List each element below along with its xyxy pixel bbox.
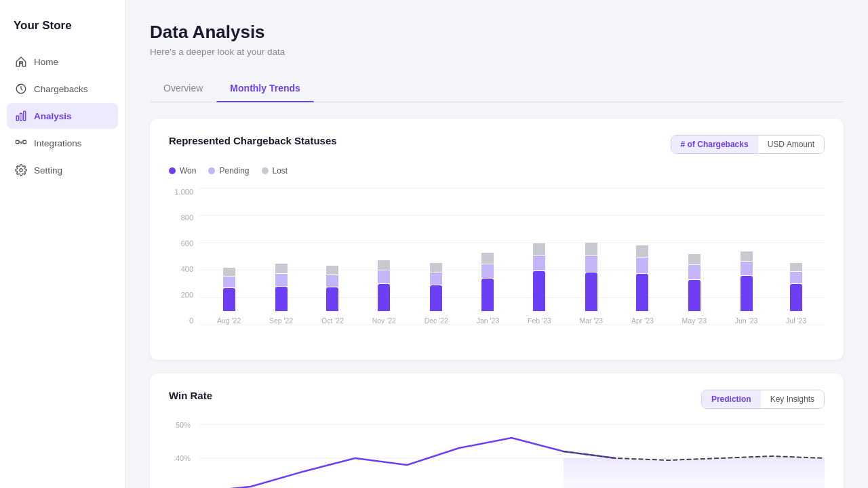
- bar-group-11: Jul '23: [786, 263, 806, 325]
- bar-stack-8: [636, 245, 648, 311]
- toggle-key-insights-button[interactable]: Key Insights: [761, 390, 824, 408]
- sidebar-item-home-label: Home: [34, 57, 58, 67]
- bar-won-6: [533, 271, 545, 311]
- wr-y-axis: 50% 40% 30%: [169, 421, 196, 488]
- bar-stack-5: [481, 253, 494, 311]
- bar-group-1: Sep '22: [269, 264, 293, 325]
- bar-won-8: [636, 274, 648, 311]
- bar-won-3: [378, 284, 390, 311]
- svg-rect-3: [20, 113, 22, 121]
- setting-icon: [15, 164, 27, 176]
- tab-overview[interactable]: Overview: [150, 76, 216, 102]
- sidebar-item-chargebacks-label: Chargebacks: [34, 84, 88, 94]
- bar-won-2: [326, 287, 338, 311]
- bar-lost-5: [481, 253, 494, 264]
- bar-won-10: [741, 276, 753, 311]
- bar-lost-9: [688, 254, 701, 264]
- bar-group-6: Feb '23: [528, 243, 551, 325]
- bar-pending-4: [430, 272, 442, 285]
- bar-pending-1: [275, 274, 288, 286]
- bar-group-7: Mar '23: [579, 243, 603, 325]
- bar-group-10: Jun '23: [735, 251, 758, 325]
- bar-stack-10: [741, 251, 753, 311]
- toggle-count-button[interactable]: # of Chargebacks: [671, 136, 758, 153]
- bar-pending-6: [533, 256, 545, 270]
- bar-stack-2: [326, 266, 338, 311]
- x-label-9: May '23: [682, 317, 707, 325]
- bar-won-4: [430, 285, 442, 311]
- sidebar-item-setting[interactable]: Setting: [7, 157, 118, 183]
- bar-stack-1: [275, 264, 288, 311]
- bar-pending-9: [688, 265, 701, 279]
- svg-rect-0: [16, 62, 26, 66]
- sidebar-item-home[interactable]: Home: [7, 49, 118, 75]
- sidebar-item-integrations-label: Integrations: [34, 138, 82, 148]
- svg-point-7: [20, 169, 23, 172]
- y-axis: 1,000 800 600 400 200 0: [169, 188, 199, 325]
- chargeback-chart: 1,000 800 600 400 200 0 Aug '22Sep '22Oc…: [169, 188, 825, 344]
- legend-pending: Pending: [208, 166, 249, 176]
- bar-stack-3: [378, 260, 390, 311]
- y-label-0: 0: [189, 317, 193, 325]
- legend-lost: Lost: [262, 166, 288, 176]
- sidebar-item-chargebacks[interactable]: Chargebacks: [7, 76, 118, 102]
- win-rate-card: Win Rate Prediction Key Insights 50% 40%…: [150, 373, 844, 488]
- bar-pending-8: [636, 258, 648, 273]
- svg-rect-4: [24, 111, 26, 121]
- legend-lost-label: Lost: [273, 166, 288, 176]
- wr-y-50: 50%: [176, 421, 191, 429]
- sidebar-item-analysis-label: Analysis: [34, 111, 72, 121]
- y-label-200: 200: [181, 291, 193, 299]
- win-rate-toggle-group: Prediction Key Insights: [701, 390, 825, 409]
- y-label-1000: 1,000: [174, 188, 193, 196]
- svg-rect-5: [16, 140, 20, 144]
- bar-group-3: Nov '22: [372, 260, 396, 325]
- svg-rect-6: [23, 140, 26, 144]
- x-label-1: Sep '22: [269, 317, 293, 325]
- chargeback-card-title: Represented Chargeback Statuses: [169, 135, 337, 146]
- tab-monthly-trends[interactable]: Monthly Trends: [216, 76, 313, 102]
- legend-pending-label: Pending: [219, 166, 249, 176]
- bar-group-8: Apr '23: [631, 245, 654, 325]
- sidebar-item-integrations[interactable]: Integrations: [7, 130, 118, 156]
- win-rate-card-header: Win Rate Prediction Key Insights: [169, 390, 825, 409]
- bar-stack-0: [223, 268, 235, 311]
- bar-won-1: [275, 287, 288, 311]
- legend-won-label: Won: [180, 166, 196, 176]
- bar-group-5: Jan '23: [477, 253, 500, 325]
- bar-lost-1: [275, 264, 288, 273]
- x-label-3: Nov '22: [372, 317, 396, 325]
- bar-pending-10: [741, 262, 753, 275]
- bar-lost-8: [636, 245, 648, 257]
- sidebar-nav: Home Chargebacks Analysis: [0, 49, 125, 183]
- bar-won-9: [688, 280, 701, 311]
- legend-won-dot: [169, 167, 176, 174]
- svg-marker-11: [564, 456, 825, 488]
- bar-stack-9: [688, 254, 701, 311]
- home-icon: [15, 56, 27, 68]
- sidebar-item-analysis[interactable]: Analysis: [7, 103, 118, 129]
- bar-pending-11: [790, 272, 802, 283]
- page-title: Data Analysis: [150, 22, 844, 43]
- bar-pending-2: [326, 275, 338, 287]
- x-label-0: Aug '22: [217, 317, 241, 325]
- bar-stack-6: [533, 243, 545, 311]
- y-label-600: 600: [181, 239, 193, 247]
- bars-area: Aug '22Sep '22Oct '22Nov '22Dec '22Jan '…: [199, 188, 825, 325]
- sidebar-logo: Your Store: [0, 14, 125, 49]
- toggle-usd-button[interactable]: USD Amount: [758, 136, 824, 153]
- chargebacks-icon: [15, 83, 27, 95]
- x-label-5: Jan '23: [477, 317, 500, 325]
- chargeback-legend: Won Pending Lost: [169, 166, 825, 176]
- x-label-2: Oct '22: [321, 317, 344, 325]
- x-label-6: Feb '23: [528, 317, 551, 325]
- bar-won-5: [481, 279, 494, 311]
- toggle-prediction-button[interactable]: Prediction: [702, 390, 761, 408]
- chargeback-card-header: Represented Chargeback Statuses # of Cha…: [169, 135, 825, 154]
- svg-rect-2: [16, 116, 18, 121]
- bar-lost-7: [585, 243, 597, 255]
- x-label-11: Jul '23: [786, 317, 806, 325]
- y-label-800: 800: [181, 214, 193, 222]
- bar-group-4: Dec '22: [425, 263, 448, 325]
- bar-group-9: May '23: [682, 254, 707, 325]
